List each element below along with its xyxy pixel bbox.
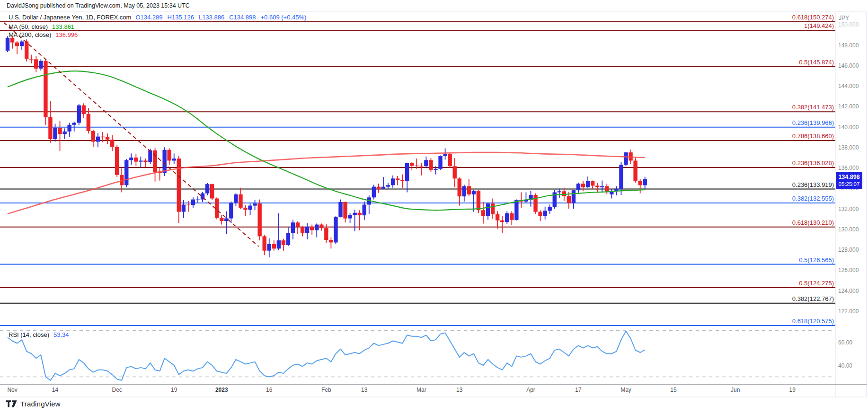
price-tick-label: 128.000 [838,247,859,253]
chart-plot-area[interactable] [0,12,835,385]
candle [477,190,480,213]
time-tick-label: 13 [456,387,463,393]
candle [533,194,537,214]
rsi-tick-label: 40.00 [838,362,852,369]
candle [210,184,214,200]
brand-name: TradingView [20,400,61,408]
price-tick-label: 132.000 [838,206,859,212]
price-tick-label: 148.000 [838,42,859,49]
price-tick-label: 144.000 [838,83,859,89]
time-tick-label: Jun [731,387,740,393]
fib-level-label: 0.618(130.210) [792,219,834,226]
tradingview-logo-icon [6,400,17,407]
symbol-legend-row: U.S. Dollar / Japanese Yen, 1D, FOREX.co… [9,14,306,21]
fib-level-label: 0.236(139.966) [792,119,834,126]
high-value: H135.126 [168,14,194,21]
time-tick-label: Feb [321,387,331,393]
time-tick-label: 2023 [215,387,228,393]
ma50-legend-row: MA (50, close) 133.861 [9,23,74,30]
candle [514,200,518,220]
rsi-tick-label: 60.00 [838,339,852,346]
last-price-badge[interactable]: 134.898 05:25:07 [836,172,862,189]
candle [115,145,119,177]
ma200-label[interactable]: MA (200, close) [9,31,51,38]
time-tick-label: 13 [361,387,368,393]
time-tick-label: 16 [266,387,273,393]
time-tick-label: Nov [7,387,17,393]
rsi-value: 53.34 [53,331,69,338]
price-tick-label: 126.000 [838,267,859,273]
time-tick-label: Mar [416,387,426,393]
tradingview-published-chart: 0.618(150.274)1(149.424)0.5(145.874)0.38… [0,0,868,414]
time-tick-label: 19 [171,387,177,393]
ohlc-values: O134.289 H135.126 L133.886 C134.898 +0.6… [135,14,306,21]
symbol-title[interactable]: U.S. Dollar / Japanese Yen, 1D, FOREX.co… [9,14,131,21]
candle [633,158,637,183]
candle [338,200,342,218]
rsi-label[interactable]: RSI (14, close) [9,331,49,338]
fib-level-label: 0.5(145.874) [799,59,834,66]
price-tick-label: 124.000 [838,288,859,294]
published-header: DavidJSong published on TradingView.com,… [7,2,190,9]
fib-level-label: 0.618(150.274) [792,14,834,21]
open-value: O134.289 [135,14,162,21]
candle [553,190,557,209]
candle [44,59,47,124]
candle [6,36,9,53]
fib-level-label: 1(149.424) [804,22,834,29]
ma200-value: 136.996 [55,31,78,38]
tradingview-footer[interactable]: TradingView [6,400,61,408]
fib-level-label: 0.5(124.275) [799,280,834,287]
candle [334,216,337,244]
close-value: C134.898 [229,14,256,21]
fib-level-label: 0.382(132.555) [792,195,834,202]
bar-countdown: 05:25:07 [836,181,862,187]
fib-level-label: 0.382(122.767) [792,295,834,302]
time-tick-label: 15 [670,387,677,393]
change-value: +0.609 (+0.45%) [261,14,307,21]
candle [124,159,128,187]
ma50-value: 133.861 [52,23,74,30]
fib-level-label: 0.236(136.028) [792,159,834,167]
fib-level-label: 0.786(138.660) [792,132,834,140]
time-tick-label: Dec [112,387,122,393]
time-tick-label: Apr [526,387,535,393]
time-tick-label: 14 [52,387,59,393]
candle [257,200,261,240]
fib-level-label: 0.618(120.575) [792,317,834,325]
candle [77,104,81,125]
chart-canvas[interactable]: 0.618(150.274)1(149.424)0.5(145.874)0.38… [0,0,868,414]
time-tick-label: May [620,387,631,393]
price-tick-label: 136.000 [838,165,859,171]
price-tick-label: 140.000 [838,124,859,131]
ma50-label[interactable]: MA (50, close) [9,23,48,30]
candle [429,158,433,172]
rsi-legend-row: RSI (14, close) 53.34 [9,331,69,338]
candle [438,156,442,170]
last-price: 134.898 [836,174,862,181]
currency-axis-label: JPY [839,15,849,21]
price-tick-label: 146.000 [838,62,859,69]
price-tick-label: 150.000 [838,21,859,28]
ma200-legend-row: MA (200, close) 136.996 [9,31,78,38]
price-tick-label: 122.000 [838,308,859,315]
fib-level-label: 0.5(126.565) [799,256,834,264]
price-tick-label: 138.000 [838,144,859,151]
time-tick-label: 19 [789,387,796,393]
fib-level-label: 0.382(141.473) [792,104,834,111]
candle [372,185,376,199]
candle [448,153,452,168]
price-tick-label: 142.000 [838,103,859,110]
time-tick-label: 17 [575,387,582,393]
fib-level-label: 0.236(133.919) [792,181,834,188]
candle [624,152,628,166]
price-tick-label: 130.000 [838,226,859,233]
low-value: L133.886 [199,14,224,21]
candle [25,39,28,61]
